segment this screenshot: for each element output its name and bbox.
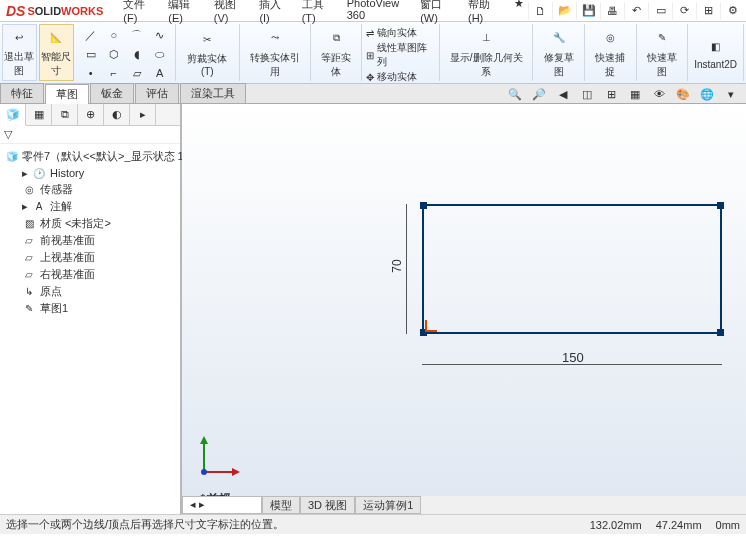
tab-render[interactable]: 渲染工具 [180, 83, 246, 103]
plane-tool-icon[interactable]: ▱ [126, 64, 148, 82]
instant2d-button[interactable]: ◧ Instant2D [688, 24, 744, 81]
left-tab-prop[interactable]: ▦ [26, 104, 52, 125]
graphics-area[interactable]: 70 150 *前视 ◂ ▸ 模型 3D 视图 运动算例1 [182, 104, 746, 514]
print-icon[interactable]: 🖶 [600, 2, 618, 20]
menu-help[interactable]: 帮助(H) [464, 0, 500, 26]
filter-icon[interactable]: ▽ [4, 128, 12, 141]
left-tab-config[interactable]: ⧉ [52, 104, 78, 125]
circle-tool-icon[interactable]: ○ [103, 26, 125, 44]
tree-front-plane[interactable]: ▱前视基准面 [2, 232, 178, 249]
menu-insert[interactable]: 插入(I) [255, 0, 287, 26]
quick-snaps-button[interactable]: ◎ 快速捕捉 [585, 24, 637, 81]
tree-root[interactable]: 🧊零件7（默认<<默认>_显示状态 1>） [2, 148, 178, 165]
relations-button[interactable]: ⊥ 显示/删除几何关系 [440, 24, 533, 81]
menu-file[interactable]: 文件(F) [119, 0, 154, 26]
convert-button[interactable]: ⤳ 转换实体引用 [240, 24, 311, 81]
slot-tool-icon[interactable]: ◖ [126, 45, 148, 63]
tab-features[interactable]: 特征 [0, 83, 44, 103]
line-tool-icon[interactable]: ／ [80, 26, 102, 44]
trim-button[interactable]: ✂ 剪裁实体(T) [176, 24, 240, 81]
corner-handle[interactable] [717, 329, 724, 336]
open-icon[interactable]: 📂 [552, 2, 570, 20]
tree-sensors[interactable]: ◎传感器 [2, 181, 178, 198]
tab-evaluate[interactable]: 评估 [135, 83, 179, 103]
scene-icon[interactable]: 🌐 [698, 86, 716, 102]
undo-icon[interactable]: ↶ [624, 2, 642, 20]
bottom-tab-model[interactable]: 模型 [262, 496, 300, 514]
view-triad-icon[interactable] [194, 432, 244, 484]
display-style-icon[interactable]: ▦ [626, 86, 644, 102]
sketch-rectangle[interactable] [422, 204, 722, 334]
sketch-origin-icon[interactable] [421, 326, 431, 336]
left-tab-more[interactable]: ▸ [130, 104, 156, 125]
annot-icon: A [32, 200, 46, 214]
bottom-tab-3dview[interactable]: 3D 视图 [300, 496, 355, 514]
bottom-tab-motion[interactable]: 运动算例1 [355, 496, 421, 514]
tab-sheetmetal[interactable]: 钣金 [90, 83, 134, 103]
offset-icon: ⧉ [325, 27, 347, 49]
tree-right-plane[interactable]: ▱右视基准面 [2, 266, 178, 283]
rebuild-icon[interactable]: ⟳ [672, 2, 690, 20]
plane-icon: ▱ [22, 251, 36, 265]
menu-search-icon[interactable]: ★ [510, 0, 528, 26]
menu-photoview[interactable]: PhotoView 360 [343, 0, 406, 26]
plane-icon: ▱ [22, 268, 36, 282]
tree-sketch1[interactable]: ✎草图1 [2, 300, 178, 317]
settings-icon[interactable]: ⚙ [720, 2, 738, 20]
tree-annotations[interactable]: ▸A注解 [2, 198, 178, 215]
arc-tool-icon[interactable]: ⌒ [126, 26, 148, 44]
zoom-fit-icon[interactable]: 🔍 [506, 86, 524, 102]
svg-marker-3 [232, 468, 240, 476]
move-icon: ✥ [366, 72, 374, 83]
tree-origin[interactable]: ↳原点 [2, 283, 178, 300]
vertical-dimension[interactable]: 70 [397, 204, 417, 334]
view-orient-icon[interactable]: ⊞ [602, 86, 620, 102]
text-tool-icon[interactable]: A [149, 64, 171, 82]
fillet-tool-icon[interactable]: ⌐ [103, 64, 125, 82]
corner-handle[interactable] [717, 202, 724, 209]
smart-dimension-button[interactable]: 📐 智能尺寸 [39, 24, 74, 81]
point-tool-icon[interactable]: • [80, 64, 102, 82]
scroll-left-icon[interactable]: ◂ ▸ [182, 496, 262, 514]
tree-history[interactable]: ▸🕑History [2, 165, 178, 181]
history-icon: 🕑 [32, 166, 46, 180]
left-tab-appear[interactable]: ◐ [104, 104, 130, 125]
linear-pattern-button[interactable]: ⊞线性草图阵列 [366, 41, 435, 69]
tree-material[interactable]: ▨材质 <未指定> [2, 215, 178, 232]
left-tab-dim[interactable]: ⊕ [78, 104, 104, 125]
menu-tools[interactable]: 工具(T) [298, 0, 333, 26]
tab-sketch[interactable]: 草图 [45, 84, 89, 104]
rect-tool-icon[interactable]: ▭ [80, 45, 102, 63]
ellipse-tool-icon[interactable]: ⬭ [149, 45, 171, 63]
menu-window[interactable]: 窗口(W) [416, 0, 454, 26]
menu-edit[interactable]: 编辑(E) [164, 0, 200, 26]
select-icon[interactable]: ▭ [648, 2, 666, 20]
section-view-icon[interactable]: ◫ [578, 86, 596, 102]
appearance-icon[interactable]: 🎨 [674, 86, 692, 102]
repair-button[interactable]: 🔧 修复草图 [533, 24, 585, 81]
zoom-area-icon[interactable]: 🔎 [530, 86, 548, 102]
exit-sketch-button[interactable]: ↩ 退出草图 [2, 24, 37, 81]
polygon-tool-icon[interactable]: ⬡ [103, 45, 125, 63]
left-tab-tree[interactable]: 🧊 [0, 104, 26, 126]
move-button[interactable]: ✥移动实体 [366, 70, 435, 84]
status-z: 0mm [716, 519, 740, 531]
view-settings-icon[interactable]: ▾ [722, 86, 740, 102]
mirror-button[interactable]: ⇌镜向实体 [366, 26, 435, 40]
prev-view-icon[interactable]: ◀ [554, 86, 572, 102]
horizontal-dimension[interactable]: 150 [422, 354, 722, 374]
offset-button[interactable]: ⧉ 等距实体 [311, 24, 363, 81]
corner-handle[interactable] [420, 202, 427, 209]
menu-view[interactable]: 视图(V) [210, 0, 246, 26]
status-message: 选择一个或两个边线/顶点后再选择尺寸文字标注的位置。 [6, 517, 284, 532]
tree-top-plane[interactable]: ▱上视基准面 [2, 249, 178, 266]
save-icon[interactable]: 💾 [576, 2, 594, 20]
new-icon[interactable]: 🗋 [528, 2, 546, 20]
rapid-sketch-button[interactable]: ✎ 快速草图 [637, 24, 689, 81]
hide-show-icon[interactable]: 👁 [650, 86, 668, 102]
spline-tool-icon[interactable]: ∿ [149, 26, 171, 44]
options-icon[interactable]: ⊞ [696, 2, 714, 20]
expand-icon[interactable]: ▸ [22, 200, 28, 213]
svg-marker-1 [200, 436, 208, 444]
expand-icon[interactable]: ▸ [22, 167, 28, 180]
